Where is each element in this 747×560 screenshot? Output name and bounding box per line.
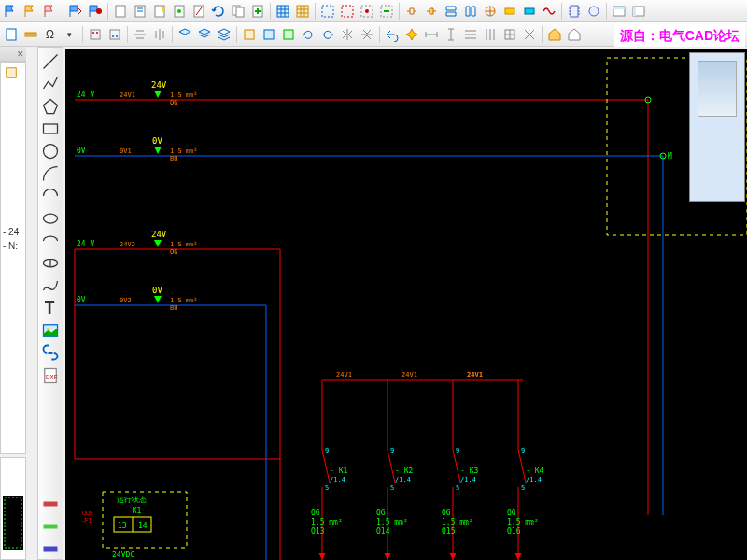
tool-view2[interactable] — [629, 2, 648, 21]
draw-rect[interactable] — [40, 119, 61, 139]
tool-sym8[interactable] — [540, 2, 558, 21]
tool-rot1[interactable] — [299, 25, 317, 44]
tool-spark[interactable] — [402, 25, 421, 44]
tool-flag4[interactable] — [66, 2, 85, 21]
tool-sym2[interactable] — [422, 2, 441, 21]
tool-doc6[interactable] — [248, 2, 267, 21]
draw-ellipse2[interactable] — [40, 253, 61, 273]
schematic-canvas[interactable]: 24 V 24V1 24V 1.5 mm² OG 0V 0V1 0V 1.5 m… — [65, 49, 747, 560]
tool-ruler[interactable] — [21, 25, 40, 44]
svg-text:Ω: Ω — [46, 28, 54, 41]
svg-marker-77 — [154, 296, 162, 303]
svg-text:009: 009 — [82, 510, 93, 516]
tool-comp1[interactable] — [565, 2, 584, 21]
tool-doc5[interactable] — [229, 2, 247, 21]
tool-sym5[interactable] — [481, 2, 500, 21]
svg-rect-43 — [44, 124, 58, 133]
tool-c3[interactable] — [279, 25, 298, 44]
toolbar-main — [0, 0, 747, 22]
tool-align1[interactable] — [131, 25, 149, 44]
tree-item-2[interactable]: - N: — [1, 239, 25, 253]
tool-home2[interactable] — [565, 25, 584, 44]
svg-text:-F1: -F1 — [82, 517, 92, 524]
draw-b3[interactable] — [40, 539, 61, 559]
draw-arc1[interactable] — [40, 163, 61, 184]
col-0v1: BU — [170, 155, 177, 162]
tool-align2[interactable] — [150, 25, 169, 44]
draw-b1[interactable] — [40, 494, 61, 514]
preview-pane[interactable] — [689, 52, 745, 202]
tool-dim4[interactable] — [481, 25, 500, 44]
draw-polyline[interactable] — [40, 74, 61, 94]
svg-rect-41 — [3, 496, 23, 550]
tool-dim5[interactable] — [500, 25, 519, 44]
draw-arc2[interactable] — [40, 186, 61, 206]
draw-dxf[interactable]: DXF — [40, 365, 61, 385]
tool-sel2[interactable] — [338, 2, 357, 21]
preview-thumbnail — [698, 61, 737, 117]
tool-flag2[interactable] — [21, 2, 40, 21]
tool-doc2[interactable] — [131, 2, 149, 21]
tool-layer2[interactable] — [195, 25, 214, 44]
tool-flag3[interactable] — [41, 2, 60, 21]
tool-flag5[interactable] — [86, 2, 105, 21]
tool-sym6[interactable] — [500, 2, 519, 21]
tool-sym3[interactable] — [442, 2, 460, 21]
tool-omega[interactable]: Ω — [41, 25, 60, 44]
tool-grid2[interactable] — [293, 2, 312, 21]
tool-mir2[interactable] — [358, 25, 376, 44]
draw-link[interactable] — [40, 343, 61, 363]
draw-polygon[interactable] — [40, 96, 61, 117]
tool-page[interactable] — [2, 25, 21, 44]
draw-arc3[interactable] — [40, 231, 61, 251]
draw-spline[interactable] — [40, 275, 61, 296]
draw-text[interactable]: T — [40, 298, 61, 318]
tool-dim2[interactable] — [442, 25, 460, 44]
svg-rect-26 — [7, 29, 16, 40]
tool-layer3[interactable] — [215, 25, 233, 44]
draw-line[interactable] — [40, 51, 61, 72]
net-0v: 0V — [77, 147, 86, 155]
svg-text:1.5 mm²: 1.5 mm² — [170, 297, 198, 304]
tool-view1[interactable] — [610, 2, 628, 21]
tool-sel4[interactable] — [377, 2, 396, 21]
tool-drop[interactable]: ▾ — [61, 25, 79, 44]
tool-c2[interactable] — [260, 25, 278, 44]
tool-c1[interactable] — [240, 25, 259, 44]
tool-doc4[interactable] — [190, 2, 208, 21]
draw-circle[interactable] — [40, 141, 61, 161]
draw-image[interactable] — [40, 320, 61, 341]
tool-sym4[interactable] — [461, 2, 480, 21]
tool-dim6[interactable] — [520, 25, 539, 44]
svg-text:24VDC: 24VDC — [112, 551, 134, 559]
svg-text:OG: OG — [311, 509, 320, 517]
tool-ports1[interactable] — [86, 25, 105, 44]
tool-rot2[interactable] — [318, 25, 337, 44]
tool-mir1[interactable] — [338, 25, 357, 44]
tree-panel[interactable]: - 24 - N: — [0, 62, 26, 454]
svg-point-5 — [177, 9, 181, 13]
tool-flag1[interactable] — [2, 2, 21, 21]
tool-sel1[interactable] — [318, 2, 337, 21]
tool-home1[interactable] — [545, 25, 564, 44]
tool-dim1[interactable] — [422, 25, 441, 44]
tool-doc3[interactable] — [170, 2, 189, 21]
svg-text:5: 5 — [456, 484, 459, 492]
tool-dim3[interactable] — [461, 25, 480, 44]
tool-undo[interactable] — [383, 25, 402, 44]
tool-ports2[interactable] — [106, 25, 124, 44]
tool-docnew[interactable] — [150, 2, 169, 21]
tool-doc1[interactable] — [111, 2, 130, 21]
tool-sym7[interactable] — [520, 2, 539, 21]
tree-item-1[interactable]: - 24 — [1, 225, 25, 239]
tool-refresh[interactable] — [209, 2, 228, 21]
panel-close-icon[interactable]: ✕ — [17, 49, 24, 59]
draw-ellipse[interactable] — [40, 208, 61, 229]
tool-sel3[interactable] — [358, 2, 376, 21]
svg-rect-18 — [505, 8, 514, 14]
tool-grid1[interactable] — [274, 2, 292, 21]
tool-layer1[interactable] — [176, 25, 194, 44]
tool-sym1[interactable] — [402, 2, 421, 21]
draw-b2[interactable] — [40, 516, 61, 537]
tool-comp2[interactable] — [585, 2, 603, 21]
